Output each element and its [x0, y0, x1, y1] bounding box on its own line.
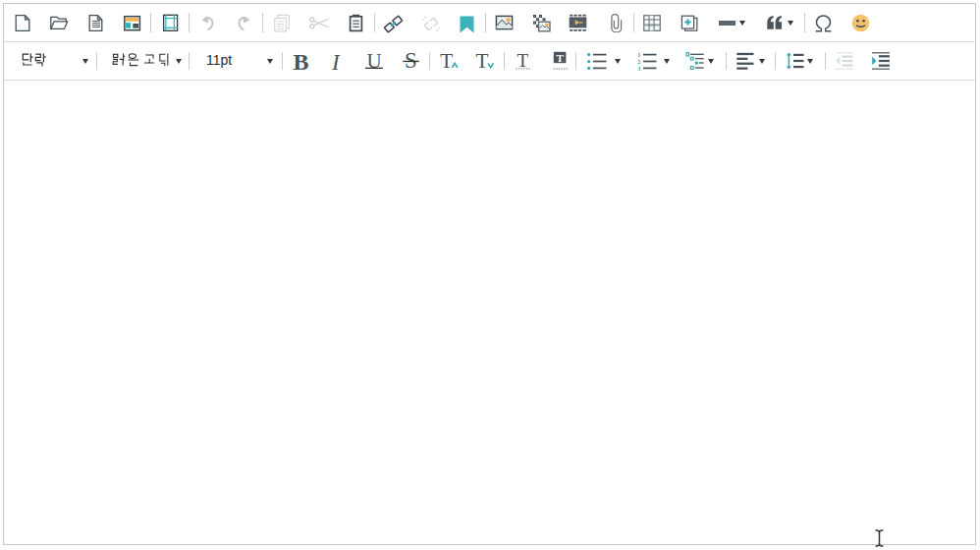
svg-text:S: S	[405, 48, 417, 73]
svg-text:I: I	[331, 50, 341, 74]
svg-text:2: 2	[637, 59, 640, 65]
svg-text:T: T	[440, 49, 453, 71]
svg-text:1: 1	[637, 52, 640, 58]
svg-text:3: 3	[637, 66, 640, 71]
svg-text:B: B	[293, 49, 308, 74]
svg-text:T: T	[517, 50, 528, 71]
svg-text:T: T	[476, 49, 489, 71]
svg-text:T: T	[556, 52, 564, 64]
